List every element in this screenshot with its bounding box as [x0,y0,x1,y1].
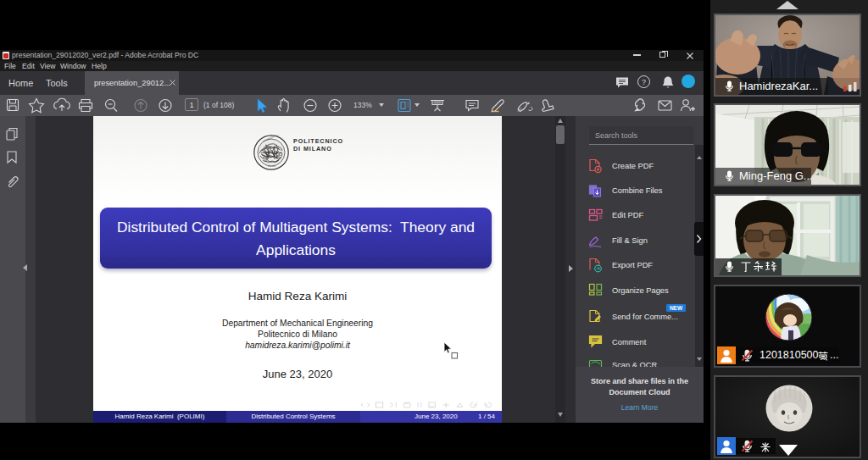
svg-text:Scan & OCR: Scan & OCR [612,361,658,367]
svg-text:Export PDF: Export PDF [612,261,653,269]
svg-text:Comment: Comment [612,338,647,346]
svg-text:Combine Files: Combine Files [612,186,663,195]
svg-text:Create PDF: Create PDF [612,162,654,170]
svg-text:Organize Pages: Organize Pages [612,286,669,295]
svg-text:MILANO: MILANO [268,165,275,167]
svg-text:Fill & Sign: Fill & Sign [612,236,648,245]
svg-text:Send for Comme...: Send for Comme... [612,313,678,321]
svg-text:Edit PDF: Edit PDF [612,211,644,219]
